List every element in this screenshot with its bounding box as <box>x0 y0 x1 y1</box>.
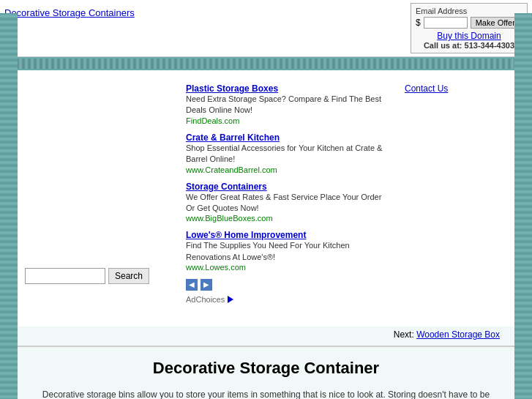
call-text: Call us at: 513-344-4303 <box>416 41 522 50</box>
ad-item-2: Storage Containers We Offer Great Rates … <box>186 182 390 223</box>
ad-desc-0: Need Extra Storage Space? Compare & Find… <box>186 94 390 116</box>
domain-widget: Email Address $ Make Offer Buy this Doma… <box>411 3 528 53</box>
next-row: Next: Wooden Storage Box <box>18 327 514 346</box>
ad-title-1[interactable]: Crate & Barrel Kitchen <box>186 133 280 143</box>
ad-url-3: www.Lowes.com <box>186 263 390 272</box>
ad-title-0[interactable]: Plastic Storage Boxes <box>186 83 278 94</box>
buy-domain-link[interactable]: Buy this Domain <box>416 31 522 41</box>
ad-desc-3: Find The Supplies You Need For Your Kitc… <box>186 240 390 263</box>
adchoices: AdChoices <box>186 295 390 304</box>
ads-container: Plastic Storage Boxes Need Extra Storage… <box>186 83 390 272</box>
top-decorative-border <box>0 57 532 70</box>
ad-desc-2: We Offer Great Rates & Fast Service Plac… <box>186 192 390 215</box>
ad-title-2[interactable]: Storage Containers <box>186 182 267 192</box>
ad-title-3[interactable]: Lowe's® Home Improvement <box>186 230 306 240</box>
next-arrow[interactable]: ▶ <box>201 279 212 291</box>
prev-arrow[interactable]: ◀ <box>186 279 198 291</box>
ad-url-1: www.CrateandBarrel.com <box>186 165 390 174</box>
ad-item-3: Lowe's® Home Improvement Find The Suppli… <box>186 230 390 272</box>
left-deco-border <box>0 13 18 399</box>
search-input[interactable] <box>25 268 105 284</box>
make-offer-button[interactable]: Make Offer <box>471 17 520 29</box>
site-title-link[interactable]: Decorative Storage Containers <box>4 7 135 18</box>
next-link[interactable]: Wooden Storage Box <box>416 329 500 340</box>
article-body: Decorative storage bins allow you to sto… <box>40 388 492 399</box>
right-deco-border <box>514 13 532 399</box>
right-sidebar: Contact Us <box>397 78 514 319</box>
email-label: Email Address <box>416 7 522 15</box>
adchoices-label: AdChoices <box>186 295 225 304</box>
ad-url-2: www.BigBlueBoxes.com <box>186 214 390 223</box>
ad-nav: ◀ ▶ <box>186 279 390 291</box>
ad-desc-1: Shop Essential Accessories for Your Kitc… <box>186 143 390 165</box>
ad-item-1: Crate & Barrel Kitchen Shop Essential Ac… <box>186 133 390 174</box>
offer-input[interactable] <box>424 17 468 29</box>
ad-item-0: Plastic Storage Boxes Need Extra Storage… <box>186 83 390 125</box>
search-form: Search <box>25 268 171 284</box>
search-button[interactable]: Search <box>108 268 149 284</box>
adchoices-icon <box>228 296 233 303</box>
left-sidebar: Search <box>18 78 179 319</box>
article-title: Decorative Storage Container <box>40 359 492 378</box>
center-content: Plastic Storage Boxes Need Extra Storage… <box>179 78 397 319</box>
contact-us-link[interactable]: Contact Us <box>405 83 448 94</box>
ad-url-0: FindDeals.com <box>186 116 390 125</box>
article-section: Decorative Storage Container Decorative … <box>18 346 514 399</box>
next-label: Next: <box>394 329 414 340</box>
dollar-sign: $ <box>416 18 421 28</box>
